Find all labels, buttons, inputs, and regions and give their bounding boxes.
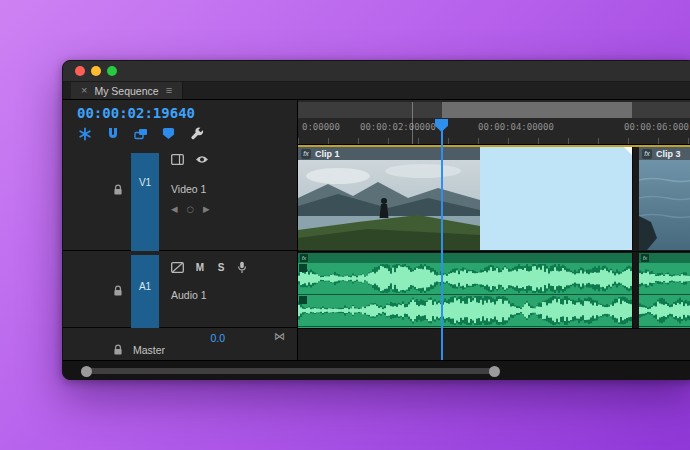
next-keyframe-button[interactable]: ▶	[203, 204, 210, 214]
ruler-labels: 0:00000 00:00:02:00000 00:00:04:00000 00…	[298, 118, 690, 144]
timeline-area: 0:00000 00:00:02:00000 00:00:04:00000 00…	[298, 100, 690, 360]
horizontal-scrollbar[interactable]	[87, 368, 495, 374]
waveform-left	[639, 263, 690, 294]
keyframe-navigation: ◀ ○ ▶	[171, 204, 210, 214]
waveform-right	[298, 295, 632, 326]
tab-title: My Sequence	[94, 85, 158, 97]
master-volume-value[interactable]: 0.0	[181, 332, 225, 344]
clip-2-selected[interactable]	[480, 147, 633, 250]
track-header-column: 00:00:02:19640	[63, 100, 298, 360]
fx-badge[interactable]: fx	[301, 149, 311, 159]
fx-badge[interactable]: fx	[641, 254, 649, 262]
app-window: × My Sequence ≡ 00:00:02:19640	[62, 60, 690, 380]
zoom-traffic-light[interactable]	[107, 66, 117, 76]
audio-channel-badge	[299, 296, 307, 304]
minimize-traffic-light[interactable]	[91, 66, 101, 76]
clip-3-thumbnail	[639, 160, 690, 250]
master-lock-icon[interactable]	[113, 344, 125, 356]
waveform-left	[298, 263, 632, 294]
video-track-lane: fx Clip 1	[298, 147, 690, 252]
panel-menu-icon[interactable]: ≡	[166, 85, 172, 96]
clip-3[interactable]: fx Clip 3	[639, 147, 690, 250]
panel-tab-bar: × My Sequence ≡	[63, 82, 690, 100]
audio-clip-1-header: fx	[298, 253, 632, 263]
audio-clip-1[interactable]: fx	[298, 253, 633, 328]
audio-channel-right	[298, 295, 632, 327]
audio-lock-icon[interactable]	[113, 285, 125, 297]
time-ruler[interactable]: 0:00000 00:00:02:00000 00:00:04:00000 00…	[298, 100, 690, 145]
work-area-range[interactable]	[442, 102, 632, 118]
snap-icon[interactable]	[105, 126, 120, 141]
audio-channel-left	[639, 263, 690, 295]
zoom-handle-left[interactable]	[81, 366, 92, 377]
timeline-toolbar	[77, 126, 204, 141]
audio-sync-lock-icon[interactable]	[171, 262, 184, 273]
ruler-ticks	[298, 138, 690, 144]
clip-1-name: Clip 1	[315, 149, 340, 159]
close-traffic-light[interactable]	[75, 66, 85, 76]
timeline-scrollbar-zone	[63, 360, 690, 380]
audio-clip-2-header: fx	[639, 253, 690, 263]
audio-track-toggles: M S	[171, 261, 247, 274]
tab-my-sequence[interactable]: × My Sequence ≡	[71, 82, 183, 99]
ruler-guide-line	[412, 102, 413, 144]
ruler-label: 00:00:06:000	[624, 122, 689, 132]
clip-1-header: fx Clip 1	[298, 147, 480, 160]
master-bowtie-icon[interactable]: ⋈	[274, 330, 285, 343]
master-track-header: 0.0 ⋈ Master	[63, 328, 297, 360]
ruler-label: 0:00000	[302, 122, 340, 132]
audio-channel-right	[639, 295, 690, 327]
fx-badge[interactable]: fx	[300, 254, 308, 262]
master-track-name: Master	[133, 344, 165, 356]
video-track-toggles	[171, 154, 209, 165]
audio-track-name[interactable]: Audio 1	[171, 289, 207, 301]
video-track-header: V1 Video 1 ◀ ○ ▶	[63, 146, 297, 251]
sync-lock-icon[interactable]	[171, 154, 184, 165]
audio-track-header: A1 M S Audio 1	[63, 251, 297, 328]
ruler-label: 00:00:04:00000	[478, 122, 554, 132]
zoom-handle-right[interactable]	[489, 366, 500, 377]
tab-close-icon[interactable]: ×	[81, 85, 87, 96]
voiceover-mic-icon[interactable]	[237, 261, 247, 274]
track-output-eye-icon[interactable]	[195, 155, 209, 164]
master-track-lane	[298, 329, 690, 360]
timeline-panel: 00:00:02:19640	[63, 100, 690, 379]
window-titlebar[interactable]	[63, 61, 690, 82]
audio-clip-2[interactable]: fx	[639, 253, 690, 328]
video-lock-icon[interactable]	[113, 184, 125, 196]
work-area-strip	[298, 102, 690, 118]
add-keyframe-button[interactable]: ○	[187, 204, 194, 214]
nest-icon[interactable]	[77, 126, 92, 141]
video-track-name[interactable]: Video 1	[171, 183, 206, 195]
mute-button[interactable]: M	[195, 262, 205, 273]
ruler-label: 00:00:02:00000	[360, 122, 436, 132]
clip-1[interactable]: fx Clip 1	[298, 147, 481, 250]
clip-1-thumbnail	[298, 160, 480, 250]
timeline-header: 00:00:02:19640	[63, 100, 297, 147]
desktop-background: × My Sequence ≡ 00:00:02:19640	[0, 0, 690, 450]
audio-channel-badge	[299, 264, 307, 272]
audio-channel-left	[298, 263, 632, 295]
add-marker-icon[interactable]	[161, 126, 176, 141]
playhead-line[interactable]	[441, 120, 443, 360]
clip-3-name: Clip 3	[656, 149, 681, 159]
timeline-settings-wrench-icon[interactable]	[189, 126, 204, 141]
waveform-right	[639, 295, 690, 326]
playhead-timecode[interactable]: 00:00:02:19640	[77, 105, 195, 121]
clip-out-point-marker	[624, 147, 632, 155]
clip-3-header: fx Clip 3	[639, 147, 690, 160]
linked-selection-icon[interactable]	[133, 126, 148, 141]
audio-track-lane: fx fx	[298, 252, 690, 329]
solo-button[interactable]: S	[216, 262, 226, 273]
prev-keyframe-button[interactable]: ◀	[171, 204, 178, 214]
fx-badge[interactable]: fx	[642, 149, 652, 159]
